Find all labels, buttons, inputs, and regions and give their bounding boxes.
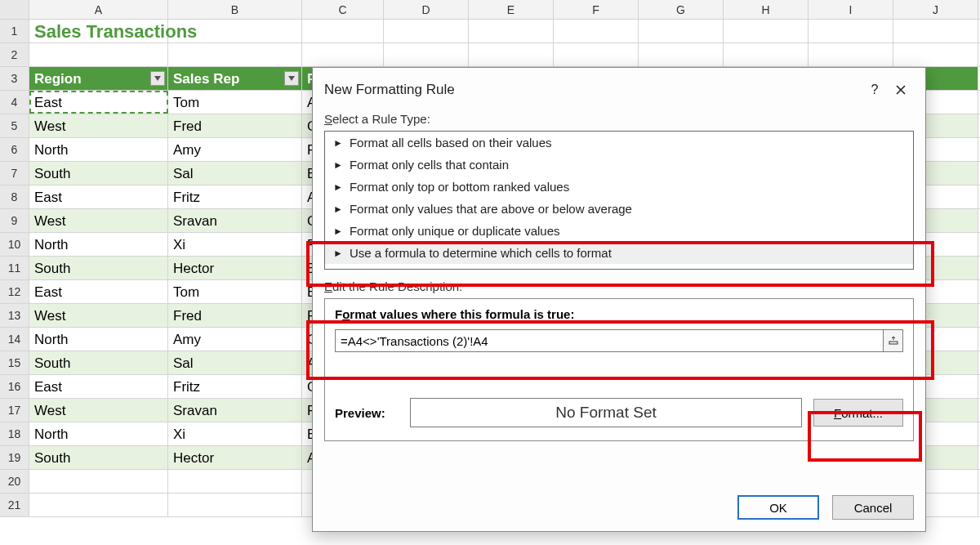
column-header-i[interactable]: I (808, 0, 893, 19)
row-header[interactable]: 3 (0, 67, 29, 90)
cell[interactable]: West (29, 399, 168, 422)
new-formatting-rule-dialog: New Formatting Rule ? Select a Rule Type… (312, 67, 926, 532)
row-header[interactable]: 4 (0, 91, 29, 114)
rule-type-item[interactable]: ►Use a formula to determine which cells … (325, 242, 913, 264)
cell[interactable]: Fritz (168, 185, 302, 208)
cell[interactable]: Sravan (168, 209, 302, 232)
cell[interactable]: North (29, 328, 168, 351)
cell[interactable]: Sal (168, 162, 302, 185)
cell[interactable] (29, 494, 168, 516)
cell[interactable] (168, 494, 302, 516)
row-header[interactable]: 16 (0, 375, 29, 398)
dialog-titlebar: New Formatting Rule ? (324, 78, 914, 102)
cell[interactable]: Sal (168, 351, 302, 374)
rule-type-list[interactable]: ►Format all cells based on their values►… (324, 131, 914, 270)
row-header[interactable]: 1 (0, 20, 29, 42)
formula-title: Format values where this formula is true… (335, 307, 903, 321)
header-salesrep[interactable]: Sales Rep (168, 67, 302, 90)
preview-box: No Format Set (410, 398, 802, 427)
cell[interactable]: East (29, 185, 168, 208)
cell[interactable]: Amy (168, 138, 302, 161)
row-header[interactable]: 11 (0, 257, 29, 279)
cell[interactable]: Fred (168, 114, 302, 137)
bullet-icon: ► (333, 159, 343, 171)
cell[interactable]: East (29, 280, 168, 303)
rule-type-item[interactable]: ►Format only values that are above or be… (325, 198, 913, 220)
cell[interactable]: East (29, 91, 168, 114)
rule-type-item[interactable]: ►Format only unique or duplicate values (325, 220, 913, 242)
column-header-f[interactable]: F (554, 0, 639, 19)
select-all-corner[interactable] (0, 0, 29, 19)
cell[interactable]: Sravan (168, 399, 302, 422)
row-2: 2 (0, 43, 980, 67)
filter-dropdown-icon[interactable] (284, 71, 299, 86)
row-header[interactable]: 21 (0, 494, 29, 516)
title-cell[interactable]: Sales Transactions (29, 20, 168, 42)
cell[interactable] (29, 470, 168, 493)
cell[interactable]: South (29, 446, 168, 469)
cell[interactable]: South (29, 351, 168, 374)
close-button[interactable] (888, 80, 914, 100)
row-header[interactable]: 6 (0, 138, 29, 161)
column-header-h[interactable]: H (724, 0, 808, 19)
help-button[interactable]: ? (862, 80, 888, 100)
row-header[interactable]: 19 (0, 446, 29, 469)
format-button[interactable]: Format... (813, 399, 903, 427)
row-header[interactable]: 7 (0, 162, 29, 185)
cell[interactable]: North (29, 138, 168, 161)
cell[interactable]: Xi (168, 233, 302, 256)
cancel-button[interactable]: Cancel (832, 495, 914, 520)
cell[interactable]: Fritz (168, 375, 302, 398)
formula-input[interactable] (335, 329, 884, 352)
cell[interactable]: Fred (168, 304, 302, 327)
bullet-icon: ► (333, 181, 343, 193)
header-region[interactable]: Region (29, 67, 168, 90)
row-header[interactable]: 20 (0, 470, 29, 493)
cell[interactable]: Hector (168, 446, 302, 469)
cell[interactable]: West (29, 114, 168, 137)
rule-type-item[interactable]: ►Format all cells based on their values (325, 132, 913, 154)
row-header[interactable]: 17 (0, 399, 29, 422)
column-header-a[interactable]: A (29, 0, 168, 19)
cell[interactable]: West (29, 304, 168, 327)
row-header[interactable]: 10 (0, 233, 29, 256)
rule-type-label: Format only unique or duplicate values (350, 224, 560, 238)
row-header[interactable]: 13 (0, 304, 29, 327)
row-header[interactable]: 14 (0, 328, 29, 351)
row-header[interactable]: 5 (0, 114, 29, 137)
dialog-title: New Formatting Rule (324, 82, 862, 98)
row-header[interactable]: 18 (0, 422, 29, 445)
ok-button[interactable]: OK (737, 495, 819, 520)
column-header-b[interactable]: B (168, 0, 302, 19)
rule-type-item[interactable]: ►Format only cells that contain (325, 154, 913, 176)
column-header-e[interactable]: E (469, 0, 554, 19)
cell[interactable]: Amy (168, 328, 302, 351)
cell[interactable]: Xi (168, 422, 302, 445)
filter-dropdown-icon[interactable] (150, 71, 165, 86)
column-header-j[interactable]: J (893, 0, 978, 19)
cell[interactable]: North (29, 233, 168, 256)
cell[interactable]: North (29, 422, 168, 445)
cell[interactable]: Tom (168, 91, 302, 114)
column-header-g[interactable]: G (639, 0, 724, 19)
cell[interactable]: Tom (168, 280, 302, 303)
rule-type-item[interactable]: ►Format only top or bottom ranked values (325, 176, 913, 198)
row-header[interactable]: 9 (0, 209, 29, 232)
column-headers: ABCDEFGHIJ (0, 0, 980, 20)
cell[interactable]: South (29, 257, 168, 279)
cell[interactable] (168, 470, 302, 493)
row-header[interactable]: 12 (0, 280, 29, 303)
row-header[interactable]: 15 (0, 351, 29, 374)
cell[interactable]: Hector (168, 257, 302, 279)
column-header-d[interactable]: D (384, 0, 469, 19)
column-header-c[interactable]: C (302, 0, 384, 19)
row-header[interactable]: 2 (0, 43, 29, 66)
collapse-dialog-icon[interactable] (884, 329, 903, 352)
row-header[interactable]: 8 (0, 185, 29, 208)
bullet-icon: ► (333, 137, 343, 149)
bullet-icon: ► (333, 248, 343, 259)
rule-type-label: Format only top or bottom ranked values (350, 180, 569, 194)
cell[interactable]: South (29, 162, 168, 185)
cell[interactable]: West (29, 209, 168, 232)
cell[interactable]: East (29, 375, 168, 398)
